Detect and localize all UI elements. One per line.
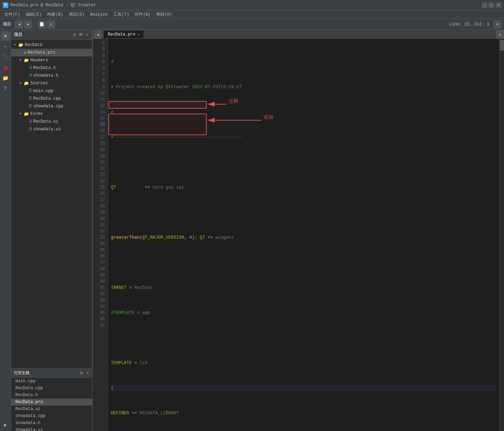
ln-15: 15 bbox=[93, 122, 108, 128]
sidebar-icon-edit[interactable]: ✎ bbox=[1, 42, 10, 52]
tree-item-main-cpp[interactable]: C main.cpp bbox=[11, 87, 92, 95]
split-button[interactable]: ⊟ bbox=[47, 21, 55, 28]
tree-label: showdata.h bbox=[33, 73, 58, 78]
sidebar-icons: ≡ ✎ ⬛ 🐞 📁 ? ▶ bbox=[0, 30, 11, 431]
prev-tab-button[interactable]: ◀ bbox=[94, 31, 102, 38]
tree-label: showdata.ui bbox=[33, 127, 61, 132]
panel-header-right: ⊟ ⟳ ✕ bbox=[72, 32, 89, 38]
doc-item-main-cpp[interactable]: main.cpp bbox=[11, 378, 92, 385]
right-scrollbar[interactable] bbox=[499, 39, 504, 431]
ln-44: 44 bbox=[93, 303, 108, 310]
ln-40: 40 bbox=[93, 278, 108, 285]
menu-file[interactable]: 文件(F) bbox=[1, 11, 23, 18]
back-button[interactable]: ◀ bbox=[15, 21, 23, 28]
full-layout: ≡ ✎ ⬛ 🐞 📁 ? ▶ 项目 ⊟ ⟳ ✕ bbox=[0, 30, 504, 431]
ln-21: 21 bbox=[93, 159, 108, 166]
tree-item-recdata[interactable]: ▼ 📁 RecData bbox=[11, 41, 92, 49]
doc-item-recdata-pro[interactable]: RecData.pro bbox=[11, 399, 92, 406]
panel-title: 项目 bbox=[14, 32, 22, 38]
ln-31: 31 bbox=[93, 222, 108, 228]
tree-item-forms[interactable]: ▼ 📁 Forms bbox=[11, 110, 92, 118]
tree-item-sources[interactable]: ▼ 📁 Sources bbox=[11, 79, 92, 87]
doc-item-recdata-h[interactable]: RecData.h bbox=[11, 392, 92, 399]
od-close-icon[interactable]: ✕ bbox=[85, 370, 90, 376]
code-content[interactable]: # # Project created by QtCreator 2022-07… bbox=[108, 39, 499, 431]
ln-35: 35 bbox=[93, 247, 108, 253]
sidebar-icon-debug[interactable]: 🐞 bbox=[1, 63, 10, 72]
cpp-icon: C bbox=[29, 104, 32, 109]
folder-icon: 📁 bbox=[18, 43, 23, 48]
menu-tools[interactable]: 工具(T) bbox=[110, 11, 132, 18]
sidebar-icon-output[interactable]: ▶ bbox=[1, 420, 10, 430]
menu-controls[interactable]: 控件(W) bbox=[132, 11, 153, 18]
ln-28: 28 bbox=[93, 203, 108, 209]
minimize-button[interactable]: ─ bbox=[482, 2, 487, 8]
od-filter-icon[interactable]: ⊟ bbox=[79, 370, 84, 376]
doc-item-recdata-ui[interactable]: RecData.ui bbox=[11, 406, 92, 413]
menu-edit[interactable]: 编辑(E) bbox=[23, 11, 45, 18]
tree-item-recdata-cpp[interactable]: C RecData.cpp bbox=[11, 95, 92, 102]
forward-button[interactable]: ▶ bbox=[24, 21, 32, 28]
ln-8: 8 bbox=[93, 78, 108, 84]
doc-item-showdata-h[interactable]: showdata.h bbox=[11, 420, 92, 426]
code-line-15: │ bbox=[111, 385, 496, 391]
ln-3: 3 bbox=[93, 46, 108, 53]
tab-label: RecData.pro bbox=[108, 32, 135, 37]
tree-item-showdata-h[interactable]: H showdata.h bbox=[11, 72, 92, 79]
ln-24: 24 bbox=[93, 178, 108, 184]
sidebar-icon-help[interactable]: ? bbox=[1, 84, 10, 93]
ln-23: 23 bbox=[93, 172, 108, 178]
ln-9: 9 bbox=[93, 84, 108, 90]
tree-item-showdata-cpp[interactable]: C showdata.cpp bbox=[11, 102, 92, 110]
tree-label: Sources bbox=[30, 81, 48, 86]
tree-item-headers[interactable]: ▼ 📁 Headers bbox=[11, 56, 92, 64]
ln-32: 32 bbox=[93, 228, 108, 234]
filter-icon[interactable]: ⊟ bbox=[72, 32, 77, 38]
ln-30: 30 bbox=[93, 216, 108, 222]
tree-label: Headers bbox=[30, 58, 48, 63]
tree-item-recdata-ui[interactable]: U RecData.ui bbox=[11, 118, 92, 125]
file-tree-panel: 项目 ⊟ ⟳ ✕ ▼ 📁 RecData bbox=[11, 30, 92, 368]
ln-19: 19 bbox=[93, 147, 108, 153]
ln-5: 5 bbox=[93, 59, 108, 65]
tab-close-icon[interactable]: ✕ bbox=[137, 32, 139, 37]
tree-item-recdata-h[interactable]: H RecData.h bbox=[11, 64, 92, 72]
doc-item-showdata-cpp[interactable]: showdata.cpp bbox=[11, 413, 92, 420]
ln-34: 34 bbox=[93, 241, 108, 247]
tree-label: RecData.cpp bbox=[33, 96, 61, 101]
ln-38: 38 bbox=[93, 266, 108, 272]
ln-25: 25 bbox=[93, 184, 108, 191]
ln-41: 41 bbox=[93, 285, 108, 291]
maximize-button[interactable]: □ bbox=[489, 2, 494, 8]
editor-tab-recdata-pro[interactable]: RecData.pro ✕ bbox=[103, 30, 144, 38]
sidebar-icon-project[interactable]: 📁 bbox=[1, 73, 10, 83]
tree-item-showdata-ui[interactable]: U showdata.ui bbox=[11, 125, 92, 133]
ln-4: 4 bbox=[93, 53, 108, 59]
menu-build[interactable]: 构建(B) bbox=[44, 11, 66, 18]
split-editor-button[interactable]: ⊟ bbox=[496, 31, 504, 38]
doc-item-recdata-cpp[interactable]: RecData.cpp bbox=[11, 385, 92, 392]
doc-item-showdata-ui[interactable]: showdata.ui bbox=[11, 426, 92, 431]
ln-14: 14 bbox=[93, 115, 108, 122]
scrollbar-thumb[interactable] bbox=[500, 40, 504, 51]
tree-label: RecData.pro bbox=[28, 50, 55, 55]
ln-17: 17 bbox=[93, 134, 108, 140]
code-line-16: DEFINES += RECDATA_LIBRARY bbox=[111, 410, 496, 416]
code-editor: 2 3 4 5 6 7 8 9 10 11 12 13 14 15 16 17 bbox=[93, 39, 499, 431]
new-file-button[interactable]: 📄 bbox=[38, 21, 46, 28]
menu-analyze[interactable]: Analyze bbox=[87, 11, 110, 18]
sidebar-icon-design[interactable]: ⬛ bbox=[1, 52, 10, 62]
ln-42: 42 bbox=[93, 291, 108, 297]
ln-22: 22 bbox=[93, 166, 108, 172]
ln-36: 36 bbox=[93, 253, 108, 260]
folder-icon: 📁 bbox=[24, 58, 29, 63]
menu-debug[interactable]: 调试(D) bbox=[66, 11, 87, 18]
settings-button[interactable]: ⚙ bbox=[494, 21, 501, 28]
close-button[interactable]: ✕ bbox=[496, 2, 501, 8]
sidebar-icon-welcome[interactable]: ≡ bbox=[1, 31, 10, 41]
open-docs-label: 打开文档 bbox=[14, 370, 29, 376]
sync-icon[interactable]: ⟳ bbox=[78, 32, 83, 38]
tree-item-recdata-pro[interactable]: ⚙ RecData.pro bbox=[11, 49, 92, 56]
close-panel-icon[interactable]: ✕ bbox=[85, 32, 89, 38]
menu-help[interactable]: 帮助(H) bbox=[153, 11, 175, 18]
